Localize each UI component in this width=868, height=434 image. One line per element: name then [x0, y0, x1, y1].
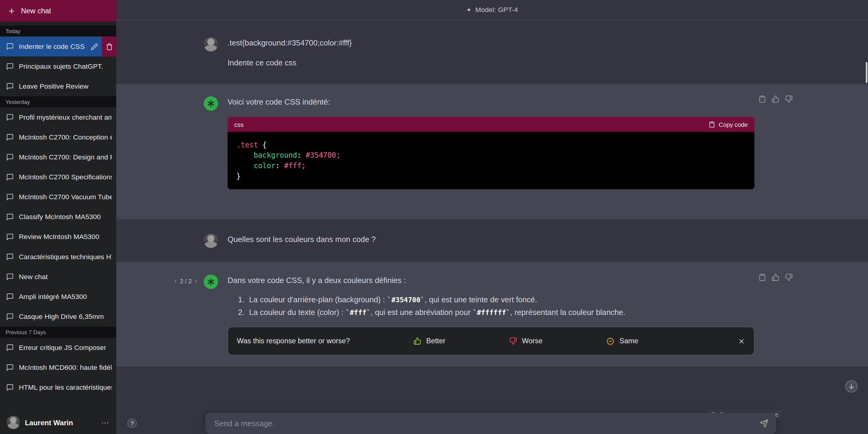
chat-history-item[interactable]: Classify McIntosh MA5300 — [0, 207, 116, 227]
assistant-message-1: Voici votre code CSS indénté: css Copy c… — [116, 84, 868, 220]
feedback-worse-button[interactable]: Worse — [509, 336, 542, 347]
feedback-question: Was this response better or worse? — [237, 336, 350, 347]
user-message-avatar — [204, 234, 218, 248]
code-lang-label: css — [234, 119, 244, 130]
answer-list: 1.La couleur d'arrière-plan (background)… — [227, 293, 755, 318]
message-input[interactable] — [213, 418, 754, 429]
copy-message-button[interactable] — [758, 273, 766, 281]
thumbs-up-icon — [772, 95, 779, 103]
feedback-better-label: Better — [426, 336, 445, 347]
assistant-intro-text: Voici votre code CSS indénté: — [227, 96, 755, 107]
feedback-same-button[interactable]: Same — [606, 336, 638, 347]
copy-message-button[interactable] — [758, 95, 766, 103]
trash-icon — [105, 43, 113, 50]
chat-item-label: Profil mystérieux cherchant amo — [19, 114, 112, 121]
close-icon — [738, 337, 745, 344]
chat-history-item[interactable]: Principaux sujets ChatGPT. — [0, 56, 116, 76]
chat-history-item[interactable]: McIntosh MCD600: haute fidélité — [0, 358, 116, 378]
pencil-icon — [91, 43, 98, 50]
thumbs-up-icon — [413, 337, 421, 345]
openai-logo-icon — [207, 277, 215, 286]
chat-history-item[interactable]: Erreur critique JS Composer — [0, 338, 116, 358]
chat-bubble-icon — [6, 344, 14, 352]
feedback-bar: Was this response better or worse? Bette… — [227, 327, 755, 355]
thumbs-up-button[interactable] — [772, 273, 779, 281]
chat-item-label: Leave Positive Review — [19, 83, 112, 90]
chat-history-item[interactable]: Casque High Drive 6,35mm — [0, 307, 116, 327]
chat-item-label: Casque High Drive 6,35mm — [19, 313, 112, 321]
circle-minus-icon — [606, 337, 615, 345]
sparkle-icon: ✦ — [466, 6, 471, 13]
chat-history-item[interactable]: New chat — [0, 267, 116, 287]
section-label: Yesterday — [5, 99, 30, 105]
chat-bubble-icon — [6, 364, 14, 372]
feedback-same-label: Same — [619, 336, 638, 347]
chat-bubble-icon — [6, 213, 14, 221]
send-button[interactable] — [760, 419, 768, 428]
composer-zone: Regenerate response ? — [116, 367, 868, 434]
send-icon — [760, 419, 768, 428]
chat-item-label: McIntosh C2700 Vacuum Tube — [19, 193, 112, 201]
list-item: 1.La couleur d'arrière-plan (background)… — [227, 293, 755, 306]
chat-item-label: Principaux sujets ChatGPT. — [19, 63, 112, 70]
chat-history-item[interactable]: Leave Positive Review — [0, 76, 116, 96]
message-actions — [758, 273, 793, 281]
message-actions — [758, 95, 793, 103]
assistant-avatar — [204, 275, 218, 289]
copy-code-button[interactable]: Copy code — [709, 119, 748, 130]
chat-history-item[interactable]: Indenter le code CSS — [0, 36, 116, 56]
list-item: 2.La couleur du texte (color) : `#fff`, … — [227, 306, 755, 319]
chat-history-item[interactable]: McIntosh C2700: Design and Fea — [0, 147, 116, 167]
history-section-label: Previous 7 Days — [0, 327, 116, 338]
code-block: css Copy code .test { background: #35470… — [227, 117, 755, 190]
user-menu-button[interactable]: ⋯ — [101, 418, 110, 427]
assistant-avatar — [204, 96, 218, 111]
new-chat-button[interactable]: New chat — [0, 0, 116, 22]
thumbs-down-icon — [785, 95, 793, 103]
openai-logo-icon — [207, 99, 215, 108]
chat-item-label: Review McIntosh MA5300 — [19, 233, 112, 241]
message-composer — [205, 413, 776, 434]
model-indicator: Model: GPT-4 — [475, 6, 518, 14]
code-block-header: css Copy code — [227, 117, 755, 132]
code-content: .test { background: #354700; color: #fff… — [227, 132, 755, 189]
thumbs-down-button[interactable] — [785, 273, 793, 281]
chat-history-item[interactable]: Profil mystérieux cherchant amo — [0, 107, 116, 127]
chat-item-label: Ampli intégré MA5300 — [19, 293, 112, 301]
chat-history-item[interactable]: Caractéristiques techniques HT — [0, 247, 116, 267]
clipboard-icon — [709, 121, 715, 127]
prev-response-button[interactable]: ‹ — [175, 277, 177, 285]
chat-item-label: Indenter le code CSS — [19, 42, 86, 50]
chat-bubble-icon — [6, 63, 14, 70]
thumbs-up-button[interactable] — [772, 95, 779, 103]
help-button[interactable]: ? — [127, 418, 136, 428]
chat-history-item[interactable]: McIntosh C2700: Conception élé — [0, 127, 116, 147]
feedback-better-button[interactable]: Better — [413, 336, 445, 347]
chat-history-item[interactable]: HTML pour les caractéristiques. — [0, 378, 116, 398]
user-message-text: Quelles sont les couleurs dans mon code … — [227, 234, 755, 245]
page-indicator: 2 / 2 — [180, 278, 192, 284]
chat-history-item[interactable]: Review McIntosh MA5300 — [0, 227, 116, 247]
chat-history: Today Indenter le code CSS Principaux su… — [0, 25, 116, 410]
chat-item-label: New chat — [19, 273, 112, 281]
scroll-to-bottom-button[interactable] — [845, 380, 858, 393]
section-label: Previous 7 Days — [5, 329, 46, 335]
history-section-label: Yesterday — [0, 96, 116, 107]
chat-bubble-icon — [6, 253, 14, 261]
assistant-intro-text: Dans votre code CSS, il y a deux couleur… — [227, 275, 755, 286]
chat-item-label: Erreur critique JS Composer — [19, 344, 112, 352]
chat-history-item[interactable]: McIntosh C2700 Specifications U — [0, 167, 116, 187]
new-chat-label: New chat — [21, 7, 51, 15]
edit-chat-button[interactable] — [91, 43, 98, 50]
chat-history-item[interactable]: McIntosh C2700 Vacuum Tube — [0, 187, 116, 207]
user-avatar — [7, 415, 20, 429]
scrollbar-thumb[interactable] — [866, 62, 868, 83]
feedback-close-button[interactable] — [738, 337, 745, 344]
chat-history-item[interactable]: Ampli intégré MA5300 — [0, 287, 116, 307]
chat-bubble-icon — [6, 384, 14, 392]
section-label: Today — [5, 28, 20, 34]
delete-chat-button[interactable] — [102, 36, 116, 56]
next-response-button[interactable]: › — [195, 277, 197, 285]
thumbs-down-button[interactable] — [785, 95, 793, 103]
chatgpt-app: New chat Today Indenter le code CSS Prin… — [0, 0, 868, 434]
